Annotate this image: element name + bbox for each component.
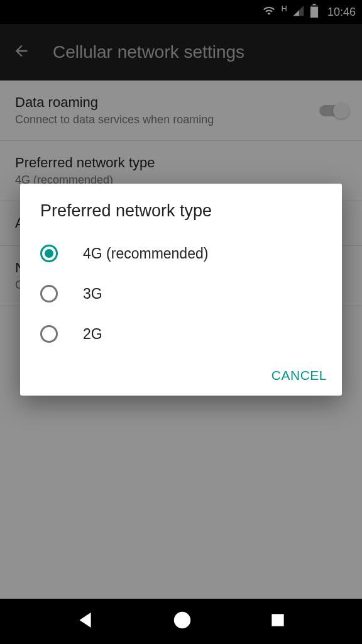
option-4g[interactable]: 4G (recommended) xyxy=(33,233,329,274)
radio-unselected-icon xyxy=(40,285,58,303)
option-label: 2G xyxy=(83,326,102,343)
preferred-network-dialog: Preferred network type 4G (recommended) … xyxy=(20,184,342,396)
dialog-title: Preferred network type xyxy=(20,184,342,233)
svg-point-4 xyxy=(177,615,187,625)
nav-back-icon[interactable] xyxy=(76,611,95,632)
radio-unselected-icon xyxy=(40,325,58,343)
option-3g[interactable]: 3G xyxy=(33,274,329,314)
cancel-button[interactable]: CANCEL xyxy=(272,368,327,383)
radio-selected-icon xyxy=(40,245,58,262)
nav-recent-icon[interactable] xyxy=(270,612,286,631)
nav-home-icon[interactable] xyxy=(172,610,192,633)
option-label: 4G (recommended) xyxy=(83,245,208,262)
navigation-bar xyxy=(0,599,362,644)
option-2g[interactable]: 2G xyxy=(33,314,329,354)
svg-rect-5 xyxy=(272,614,283,625)
option-label: 3G xyxy=(83,286,102,303)
